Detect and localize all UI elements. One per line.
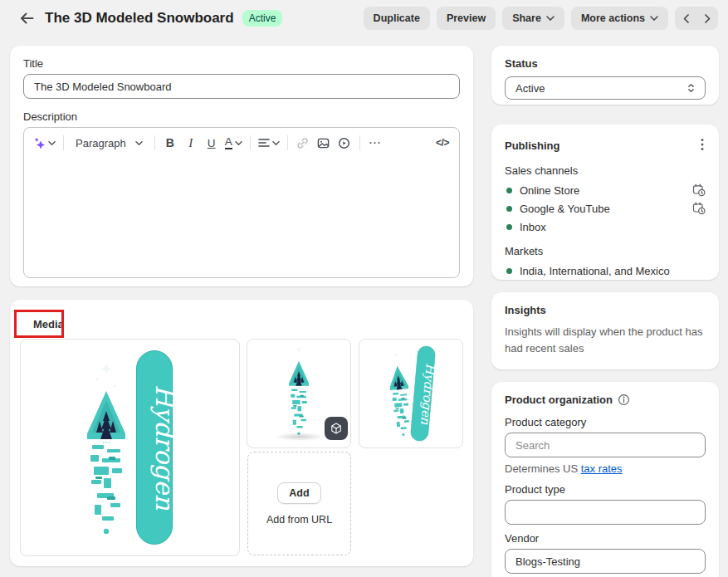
- status-select-value: Active: [515, 82, 686, 95]
- status-title: Status: [505, 57, 706, 70]
- code-view-button[interactable]: </>: [432, 132, 452, 154]
- bold-button[interactable]: B: [160, 132, 180, 154]
- editor-toolbar: Paragraph B I U A: [24, 128, 459, 156]
- schedule-calendar-icon[interactable]: [692, 202, 706, 215]
- channel-label: Google & YouTube: [520, 203, 610, 215]
- share-button[interactable]: Share: [502, 7, 564, 30]
- status-select[interactable]: Active: [505, 76, 706, 100]
- ai-sparkle-icon: [33, 137, 46, 149]
- chevron-down-icon: [546, 16, 555, 21]
- chevron-down-icon: [650, 16, 658, 21]
- channel-row-inbox: Inbox: [505, 218, 706, 236]
- markets-label: Markets: [505, 245, 706, 257]
- chevron-down-icon: [135, 141, 143, 145]
- add-media-dropzone[interactable]: Add Add from URL: [247, 452, 351, 555]
- more-actions-button[interactable]: More actions: [571, 7, 668, 30]
- alignment-button[interactable]: [256, 132, 282, 154]
- channel-label: Online Store: [520, 184, 579, 197]
- snowboard-artwork-small: [390, 345, 432, 442]
- details-card: Title Description Paragraph B I U A: [10, 46, 473, 286]
- duplicate-label: Duplicate: [374, 12, 420, 24]
- toolbar-divider: [250, 135, 251, 150]
- align-left-icon: [258, 138, 270, 148]
- toolbar-divider: [359, 135, 360, 150]
- channel-label: Inbox: [520, 221, 546, 233]
- snowboard-teal-image: [135, 350, 173, 545]
- chevron-down-icon: [48, 141, 56, 145]
- snowboard-dark-image: [87, 350, 125, 545]
- tax-rates-link[interactable]: tax rates: [581, 462, 623, 475]
- snowboard-artwork: [87, 350, 173, 545]
- title-input[interactable]: [23, 74, 460, 99]
- active-dot-icon: [506, 268, 512, 274]
- status-badge: Active: [242, 10, 283, 27]
- description-editor: Paragraph B I U A: [23, 127, 460, 278]
- active-dot-icon: [506, 224, 512, 230]
- previous-product-button[interactable]: [675, 7, 696, 30]
- insights-body: Insights will display when the product h…: [505, 324, 706, 356]
- channel-row-google-youtube: Google & YouTube: [505, 199, 706, 218]
- product-category-input[interactable]: [505, 433, 706, 457]
- schedule-calendar-icon[interactable]: [692, 183, 706, 197]
- snowboard-dark-image: [385, 345, 413, 443]
- sales-channels-label: Sales channels: [505, 164, 706, 177]
- 3d-cube-icon: [330, 422, 343, 435]
- add-from-url-link[interactable]: Add from URL: [266, 514, 332, 526]
- ai-assist-button[interactable]: [31, 132, 58, 154]
- text-color-label: A: [225, 136, 232, 149]
- paragraph-label: Paragraph: [76, 137, 126, 149]
- chevron-right-icon: [705, 14, 711, 23]
- product-type-input[interactable]: [505, 500, 706, 525]
- markets-value: India, International, and Mexico: [520, 265, 670, 277]
- media-item-main[interactable]: [20, 339, 240, 556]
- media-card: Media Add Add from URL: [10, 300, 473, 566]
- product-organization-title: Product organization: [505, 394, 613, 406]
- 3d-model-badge: [325, 417, 348, 440]
- back-button[interactable]: [15, 7, 38, 30]
- product-type-label: Product type: [505, 483, 706, 496]
- chevron-down-icon: [272, 141, 280, 145]
- active-dot-icon: [506, 188, 512, 193]
- title-label: Title: [23, 57, 460, 70]
- text-color-button[interactable]: A: [222, 132, 245, 154]
- underline-button[interactable]: U: [202, 132, 222, 154]
- duplicate-button[interactable]: Duplicate: [364, 7, 430, 30]
- publishing-title: Publishing: [505, 139, 559, 152]
- video-icon: [338, 137, 350, 149]
- status-card: Status Active: [491, 46, 719, 105]
- info-icon[interactable]: [618, 394, 630, 406]
- media-item-3d-model[interactable]: [247, 339, 351, 448]
- insert-video-button[interactable]: [335, 132, 354, 154]
- product-organization-card: Product organization Product category De…: [491, 382, 719, 577]
- arrow-left-icon: [20, 12, 34, 24]
- more-tools-button[interactable]: ⋯: [365, 132, 385, 154]
- insert-image-button[interactable]: [314, 132, 334, 154]
- publishing-card: Publishing Sales channels Online Store G…: [491, 125, 719, 280]
- link-icon: [296, 137, 309, 149]
- media-item-secondary[interactable]: [359, 339, 463, 448]
- insights-card: Insights Insights will display when the …: [491, 292, 719, 369]
- thumbnail-shadow: [275, 433, 325, 441]
- description-textarea[interactable]: [24, 156, 459, 277]
- next-product-button[interactable]: [696, 7, 718, 30]
- add-media-button[interactable]: Add: [277, 482, 320, 504]
- product-pagination: [675, 7, 718, 30]
- category-help-text: Determines US tax rates: [505, 462, 706, 475]
- product-page: The 3D Modeled Snowboard Active Duplicat…: [0, 0, 728, 577]
- kebab-menu-icon: [701, 138, 704, 151]
- markets-row: India, International, and Mexico: [505, 262, 706, 280]
- italic-button[interactable]: I: [181, 132, 201, 154]
- vendor-input[interactable]: [505, 549, 706, 574]
- channel-row-online-store: Online Store: [505, 181, 706, 199]
- more-actions-label: More actions: [581, 12, 645, 24]
- page-title: The 3D Modeled Snowboard: [45, 10, 234, 27]
- publishing-menu-button[interactable]: [699, 136, 706, 155]
- media-label: Media: [33, 318, 64, 330]
- description-label: Description: [23, 110, 460, 123]
- snowboard-dark-image: [289, 340, 309, 441]
- preview-button[interactable]: Preview: [437, 7, 496, 30]
- paragraph-style-dropdown[interactable]: Paragraph: [69, 132, 149, 154]
- link-button[interactable]: [293, 132, 313, 154]
- chevron-left-icon: [683, 14, 689, 23]
- toolbar-divider: [287, 135, 288, 150]
